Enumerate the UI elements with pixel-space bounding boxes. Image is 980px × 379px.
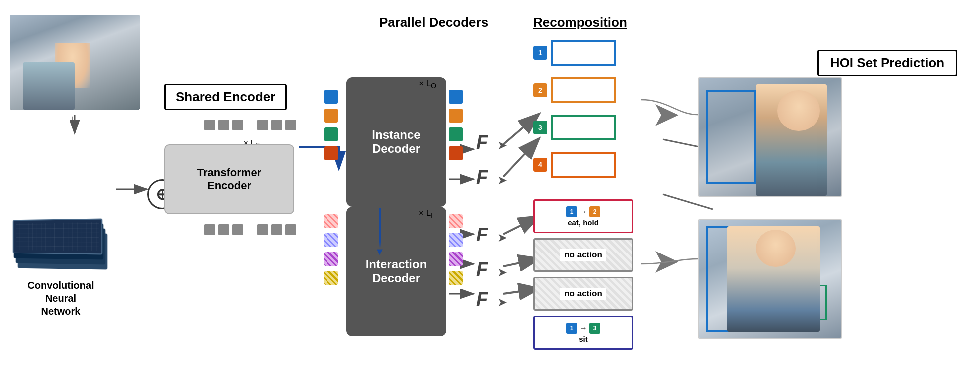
blue-down-arrow xyxy=(379,208,381,248)
bbox-num-2: 2 xyxy=(533,83,547,97)
hoi-set-prediction-label: HOI Set Prediction xyxy=(817,50,957,76)
q-hatch-blue xyxy=(324,233,338,247)
bbox-num-4: 4 xyxy=(533,158,547,172)
f-right-arrow-2: ➤ xyxy=(497,173,507,187)
img-to-cnn-arrow: ↓ xyxy=(70,112,76,126)
hoi-no-action-2: no action xyxy=(560,288,606,300)
bbox-rect-2 xyxy=(551,77,616,103)
parallel-decoders-label: Parallel Decoders xyxy=(339,15,528,30)
q-orange-out xyxy=(449,109,463,123)
token-sq xyxy=(218,224,229,235)
f-right-arrow-5: ➤ xyxy=(497,295,507,309)
q-red-out xyxy=(449,146,463,160)
f-right-arrow-1: ➤ xyxy=(497,138,507,152)
interaction-query-col-right xyxy=(449,214,463,285)
hoi-action-box-3: no action xyxy=(533,277,633,311)
blue-arrow-tip: ▼ xyxy=(375,246,385,257)
token-sq xyxy=(257,224,268,235)
f-arrow-3: F xyxy=(476,224,488,246)
f-arrow-4: F xyxy=(476,259,488,280)
q-hatch-purple xyxy=(324,252,338,266)
token-row-top-1 xyxy=(204,120,296,130)
token-sq xyxy=(285,224,296,235)
token-sq xyxy=(271,120,282,130)
q-hatch-blue-out xyxy=(449,233,463,247)
q-blue-out xyxy=(449,90,463,104)
shared-encoder-label: Shared Encoder xyxy=(164,84,287,110)
q-blue xyxy=(324,90,338,104)
q-hatch-yellow xyxy=(324,271,338,285)
q-orange xyxy=(324,109,338,123)
token-sq xyxy=(232,120,243,130)
token-sq xyxy=(204,224,215,235)
bbox-item-1: 1 xyxy=(533,40,616,66)
token-sq xyxy=(204,120,215,130)
token-sq xyxy=(218,120,229,130)
interaction-decoder-box: Interaction Decoder xyxy=(346,207,446,336)
hoi-action-box-1: 1 → 2 eat, hold xyxy=(533,199,633,233)
xl-o-label: × LO xyxy=(419,79,436,90)
f-arrow-5: F xyxy=(476,289,488,310)
instance-query-col-right xyxy=(449,90,463,160)
recomp-to-result-arrow-1: ➤ xyxy=(653,97,678,132)
bbox-num-3: 3 xyxy=(533,121,547,134)
xl-i-label: × LI xyxy=(419,208,433,219)
bbox-item-2: 2 xyxy=(533,77,616,103)
input-image-content xyxy=(10,15,140,110)
q-hatch-red xyxy=(324,214,338,228)
hoi-action-box-2: no action xyxy=(533,238,633,272)
token-sq xyxy=(271,224,282,235)
bbox-rect-1 xyxy=(551,40,616,66)
instance-decoder-box: Instance Decoder xyxy=(346,77,446,207)
f-arrow-1: F xyxy=(476,132,488,153)
f-right-arrow-4: ➤ xyxy=(497,265,507,279)
token-sq xyxy=(232,224,243,235)
bbox-num-1: 1 xyxy=(533,46,547,60)
q-teal xyxy=(324,127,338,141)
bbox-rect-4 xyxy=(551,152,616,178)
q-teal-out xyxy=(449,127,463,141)
hoi-action-text-1: eat, hold xyxy=(568,218,599,227)
q-hatch-yellow-out xyxy=(449,271,463,285)
diagram-container: Convolutional Neural Network ↓ ⊕ Shared … xyxy=(0,0,980,379)
interaction-query-col-left xyxy=(324,214,338,285)
result-image-1 xyxy=(698,77,842,197)
hoi-action-text-4: sit xyxy=(579,335,588,343)
q-hatch-red-out xyxy=(449,214,463,228)
hoi-no-action-1: no action xyxy=(560,249,606,261)
bbox-item-3: 3 xyxy=(533,115,616,140)
result-image-2 xyxy=(698,219,842,339)
cnn-label: Convolutional Neural Network xyxy=(11,279,111,318)
q-hatch-purple-out xyxy=(449,252,463,266)
input-image xyxy=(10,15,140,110)
f-arrow-2: F xyxy=(476,167,488,188)
transformer-encoder-block: Transformer Encoder xyxy=(164,144,294,214)
f-right-arrow-3: ➤ xyxy=(497,231,507,245)
recomposition-label: Recomposition xyxy=(533,15,627,30)
bbox-item-4: 4 xyxy=(533,152,616,178)
instance-query-col-left xyxy=(324,90,338,160)
recomp-to-result-arrow-2: ➤ xyxy=(653,244,678,279)
token-sq xyxy=(285,120,296,130)
q-red xyxy=(324,146,338,160)
hoi-action-box-4: 1 → 3 sit xyxy=(533,316,633,350)
token-row-bottom-1 xyxy=(204,224,296,235)
bbox-rect-3 xyxy=(551,115,616,140)
cnn-stack-visual xyxy=(11,219,111,279)
token-sq xyxy=(257,120,268,130)
